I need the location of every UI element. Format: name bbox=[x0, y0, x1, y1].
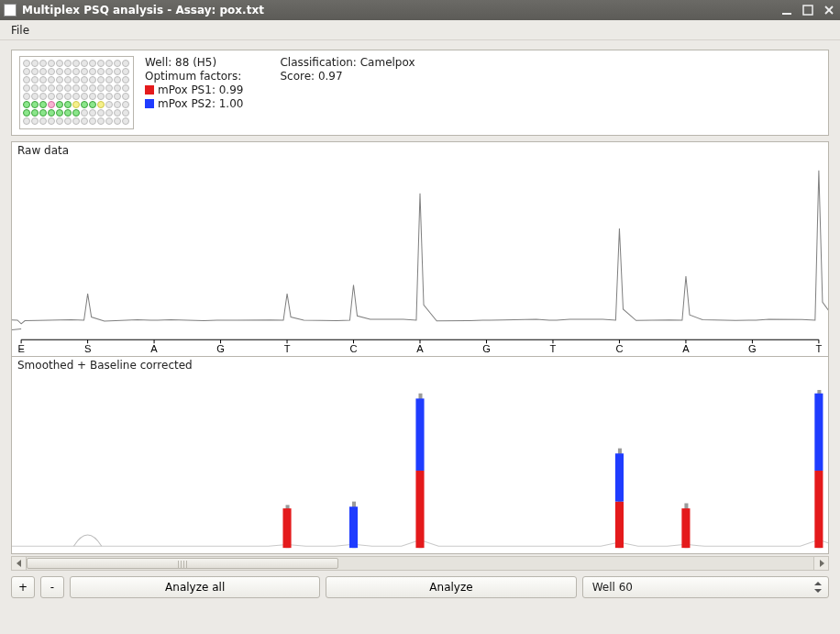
well-cell[interactable] bbox=[89, 76, 96, 83]
well-cell[interactable] bbox=[81, 76, 88, 83]
well-cell[interactable] bbox=[64, 93, 72, 100]
close-button[interactable] bbox=[821, 4, 836, 17]
well-cell[interactable] bbox=[122, 101, 129, 108]
well-cell[interactable] bbox=[97, 68, 105, 75]
well-cell[interactable] bbox=[89, 93, 96, 100]
well-cell[interactable] bbox=[81, 60, 88, 67]
well-cell[interactable] bbox=[105, 109, 113, 117]
well-cell[interactable] bbox=[23, 60, 30, 67]
well-cell[interactable] bbox=[72, 84, 80, 92]
well-cell[interactable] bbox=[114, 109, 121, 117]
well-cell[interactable] bbox=[89, 68, 96, 75]
well-cell[interactable] bbox=[56, 68, 63, 75]
well-cell[interactable] bbox=[39, 109, 47, 117]
well-cell[interactable] bbox=[56, 93, 63, 100]
well-cell[interactable] bbox=[105, 117, 113, 125]
well-cell[interactable] bbox=[64, 117, 72, 125]
well-cell[interactable] bbox=[114, 84, 121, 92]
scroll-track[interactable] bbox=[27, 557, 813, 570]
well-cell[interactable] bbox=[31, 101, 39, 108]
analyze-button[interactable]: Analyze bbox=[326, 576, 576, 598]
well-cell[interactable] bbox=[64, 101, 72, 108]
well-cell[interactable] bbox=[81, 117, 88, 125]
well-cell[interactable] bbox=[48, 84, 55, 92]
minimize-button[interactable] bbox=[779, 4, 794, 17]
menu-file[interactable]: File bbox=[6, 22, 35, 39]
scroll-right-arrow[interactable] bbox=[813, 557, 828, 570]
well-cell[interactable] bbox=[122, 76, 129, 83]
well-cell[interactable] bbox=[97, 84, 105, 92]
well-cell[interactable] bbox=[81, 93, 88, 100]
well-cell[interactable] bbox=[48, 93, 55, 100]
well-cell[interactable] bbox=[72, 109, 80, 117]
well-cell[interactable] bbox=[97, 76, 105, 83]
well-cell[interactable] bbox=[31, 84, 39, 92]
well-cell[interactable] bbox=[72, 68, 80, 75]
zoom-out-button[interactable]: - bbox=[40, 576, 64, 598]
zoom-in-button[interactable]: + bbox=[11, 576, 35, 598]
well-cell[interactable] bbox=[39, 101, 47, 108]
well-cell[interactable] bbox=[64, 76, 72, 83]
well-cell[interactable] bbox=[56, 60, 63, 67]
well-cell[interactable] bbox=[23, 93, 30, 100]
well-cell[interactable] bbox=[31, 109, 39, 117]
horizontal-scrollbar[interactable] bbox=[11, 556, 829, 571]
well-cell[interactable] bbox=[105, 76, 113, 83]
well-cell[interactable] bbox=[122, 68, 129, 75]
well-cell[interactable] bbox=[31, 68, 39, 75]
well-cell[interactable] bbox=[23, 109, 30, 117]
well-cell[interactable] bbox=[122, 60, 129, 67]
well-cell[interactable] bbox=[39, 84, 47, 92]
well-cell[interactable] bbox=[114, 60, 121, 67]
well-cell[interactable] bbox=[23, 117, 30, 125]
well-cell[interactable] bbox=[31, 76, 39, 83]
well-cell[interactable] bbox=[39, 60, 47, 67]
well-cell[interactable] bbox=[122, 109, 129, 117]
well-cell[interactable] bbox=[81, 84, 88, 92]
well-plate[interactable] bbox=[19, 56, 134, 129]
well-cell[interactable] bbox=[64, 60, 72, 67]
well-cell[interactable] bbox=[72, 76, 80, 83]
well-cell[interactable] bbox=[23, 76, 30, 83]
well-cell[interactable] bbox=[114, 76, 121, 83]
well-cell[interactable] bbox=[105, 93, 113, 100]
well-cell[interactable] bbox=[114, 68, 121, 75]
well-cell[interactable] bbox=[48, 76, 55, 83]
well-cell[interactable] bbox=[23, 68, 30, 75]
well-select[interactable]: Well 60 bbox=[582, 576, 829, 598]
well-cell[interactable] bbox=[114, 93, 121, 100]
well-cell[interactable] bbox=[39, 93, 47, 100]
well-cell[interactable] bbox=[48, 101, 55, 108]
scroll-left-arrow[interactable] bbox=[12, 557, 27, 570]
well-cell[interactable] bbox=[64, 109, 72, 117]
well-cell[interactable] bbox=[39, 76, 47, 83]
well-cell[interactable] bbox=[89, 117, 96, 125]
well-cell[interactable] bbox=[97, 117, 105, 125]
well-cell[interactable] bbox=[64, 84, 72, 92]
well-cell[interactable] bbox=[97, 109, 105, 117]
well-cell[interactable] bbox=[97, 93, 105, 100]
analyze-all-button[interactable]: Analyze all bbox=[70, 576, 320, 598]
well-cell[interactable] bbox=[39, 117, 47, 125]
well-cell[interactable] bbox=[114, 101, 121, 108]
well-cell[interactable] bbox=[56, 84, 63, 92]
well-cell[interactable] bbox=[105, 101, 113, 108]
well-cell[interactable] bbox=[23, 101, 30, 108]
well-cell[interactable] bbox=[114, 117, 121, 125]
well-cell[interactable] bbox=[48, 60, 55, 67]
well-cell[interactable] bbox=[31, 60, 39, 67]
well-cell[interactable] bbox=[72, 117, 80, 125]
well-cell[interactable] bbox=[89, 60, 96, 67]
well-cell[interactable] bbox=[31, 117, 39, 125]
well-cell[interactable] bbox=[122, 117, 129, 125]
well-cell[interactable] bbox=[72, 60, 80, 67]
well-cell[interactable] bbox=[89, 84, 96, 92]
well-cell[interactable] bbox=[81, 109, 88, 117]
well-cell[interactable] bbox=[97, 60, 105, 67]
well-cell[interactable] bbox=[48, 68, 55, 75]
well-cell[interactable] bbox=[72, 93, 80, 100]
well-cell[interactable] bbox=[48, 117, 55, 125]
well-cell[interactable] bbox=[72, 101, 80, 108]
well-cell[interactable] bbox=[81, 101, 88, 108]
well-cell[interactable] bbox=[81, 68, 88, 75]
